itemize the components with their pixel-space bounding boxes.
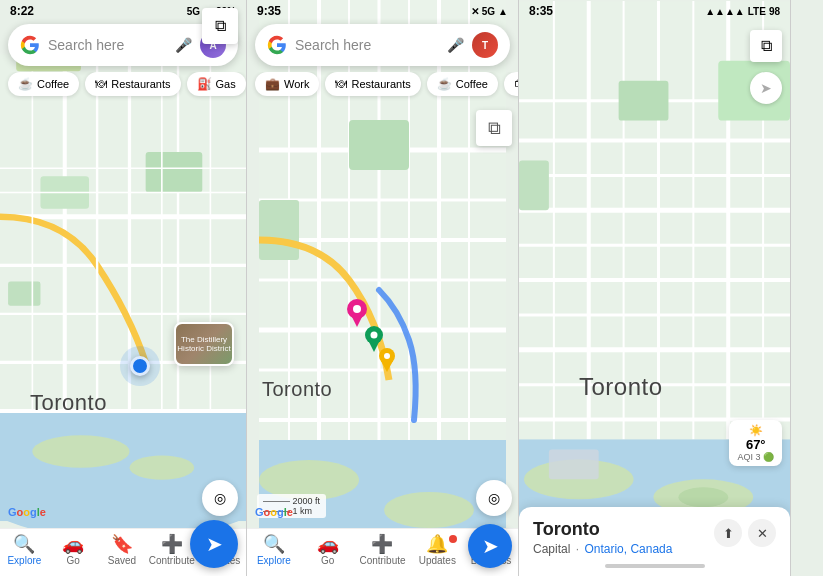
- layers-icon-1: ⧉: [215, 17, 226, 35]
- directions-button-1[interactable]: ➤: [190, 520, 238, 568]
- compass-button-3[interactable]: ➤: [750, 72, 782, 104]
- gas-icon-1: ⛽: [197, 77, 212, 91]
- chip-coffee-2[interactable]: ☕ Coffee: [427, 72, 498, 96]
- chip-gas-1[interactable]: ⛽ Gas: [187, 72, 246, 96]
- share-icon-3: ⬆: [723, 526, 734, 541]
- nav-updates-2[interactable]: 🔔 Updates: [415, 535, 459, 566]
- work-icon-2: 💼: [265, 77, 280, 91]
- share-button-3[interactable]: ⬆: [714, 519, 742, 547]
- explore-icon-1: 🔍: [13, 535, 35, 553]
- chip-label-gas-1: Gas: [216, 78, 236, 90]
- my-location-button-2[interactable]: ◎: [476, 480, 512, 516]
- close-icon-3: ✕: [757, 526, 768, 541]
- info-subtitle-text-3: Capital: [533, 542, 570, 556]
- svg-point-45: [353, 305, 361, 313]
- time-3: 8:35: [529, 4, 553, 18]
- mic-icon-1[interactable]: 🎤: [175, 37, 192, 53]
- search-input-2[interactable]: Search here: [295, 37, 439, 53]
- location-icon-2: ◎: [488, 490, 500, 506]
- nav-saved-1[interactable]: 🔖 Saved: [100, 535, 144, 566]
- layers-button-1[interactable]: ⧉: [202, 8, 238, 44]
- compass-icon-3: ➤: [760, 80, 772, 96]
- search-input-1[interactable]: Search here: [48, 37, 167, 53]
- chip-label-coffee-2: Coffee: [456, 78, 488, 90]
- chip-label-restaurants-1: Restaurants: [111, 78, 170, 90]
- svg-marker-44: [351, 315, 363, 327]
- go-icon-1: 🚗: [62, 535, 84, 553]
- info-card-subtitle-3: Capital · Ontario, Canada: [533, 542, 672, 556]
- chip-label-work-2: Work: [284, 78, 309, 90]
- updates-icon-2: 🔔: [426, 535, 448, 553]
- chip-shopping-2[interactable]: 🛍 Shopp...: [504, 72, 518, 96]
- panel-2: Toronto ⧉: [247, 0, 519, 576]
- svg-marker-50: [381, 361, 393, 372]
- nav-contribute-label-1: Contribute: [149, 555, 195, 566]
- status-bar-3: 8:35 ▲▲▲▲ LTE 98: [519, 0, 790, 20]
- home-indicator-3: [605, 564, 705, 568]
- nav-go-1[interactable]: 🚗 Go: [51, 535, 95, 566]
- nav-updates-label-2: Updates: [419, 555, 456, 566]
- map-area-2[interactable]: [247, 102, 518, 528]
- weather-icon-3: ☀️: [749, 424, 763, 437]
- distillery-bubble[interactable]: The DistilleryHistoric District: [174, 322, 234, 366]
- nav-go-label-2: Go: [321, 555, 334, 566]
- nav-go-label-1: Go: [66, 555, 79, 566]
- chip-restaurants-1[interactable]: 🍽 Restaurants: [85, 72, 180, 96]
- nav-go-2[interactable]: 🚗 Go: [306, 535, 350, 566]
- category-chips-1: ☕ Coffee 🍽 Restaurants ⛽ Gas 🛒 Groceries: [0, 72, 246, 102]
- nav-explore-label-1: Explore: [7, 555, 41, 566]
- layers-icon-3: ⧉: [761, 37, 772, 55]
- chip-restaurants-2[interactable]: 🍽 Restaurants: [325, 72, 420, 96]
- layers-button-2[interactable]: ⧉: [476, 110, 512, 146]
- shopping-icon-2: 🛍: [514, 77, 518, 91]
- directions-button-2[interactable]: ➤: [468, 524, 512, 568]
- nav-explore-label-2: Explore: [257, 555, 291, 566]
- info-card-3: Toronto Capital · Ontario, Canada ⬆ ✕: [519, 507, 790, 576]
- info-card-actions-3: ⬆ ✕: [714, 519, 776, 547]
- info-card-content-3: Toronto Capital · Ontario, Canada: [533, 519, 672, 556]
- status-icons-3: ▲▲▲▲ LTE 98: [705, 6, 780, 17]
- google-logo-2: Google: [255, 506, 293, 518]
- weather-badge-3[interactable]: ☀️ 67° AQI 3 🟢: [729, 420, 782, 466]
- nav-contribute-2[interactable]: ➕ Contribute: [359, 535, 405, 566]
- svg-point-51: [384, 353, 390, 359]
- chip-work-2[interactable]: 💼 Work: [255, 72, 319, 96]
- yellow-pin[interactable]: [379, 348, 395, 376]
- my-location-button-1[interactable]: ◎: [202, 480, 238, 516]
- coffee-icon-1: ☕: [18, 77, 33, 91]
- layers-button-3[interactable]: ⧉: [750, 30, 782, 62]
- restaurants-icon-1: 🍽: [95, 77, 107, 91]
- search-bar-wrap-2: Search here 🎤 T: [247, 20, 518, 72]
- pink-pin[interactable]: [347, 299, 367, 331]
- explore-icon-2: 🔍: [263, 535, 285, 553]
- contribute-icon-1: ➕: [161, 535, 183, 553]
- go-icon-2: 🚗: [317, 535, 339, 553]
- search-bar-2[interactable]: Search here 🎤 T: [255, 24, 510, 66]
- avatar-2[interactable]: T: [472, 32, 498, 58]
- saved-icon-1: 🔖: [111, 535, 133, 553]
- dot-separator-3: ·: [576, 542, 579, 556]
- coffee-icon-2: ☕: [437, 77, 452, 91]
- contribute-icon-2: ➕: [371, 535, 393, 553]
- category-chips-2: 💼 Work 🍽 Restaurants ☕ Coffee 🛍 Shopp...: [247, 72, 518, 102]
- restaurants-icon-2: 🍽: [335, 77, 347, 91]
- nav-contribute-label-2: Contribute: [359, 555, 405, 566]
- close-button-3[interactable]: ✕: [748, 519, 776, 547]
- nav-explore-1[interactable]: 🔍 Explore: [2, 535, 46, 566]
- svg-point-48: [371, 332, 378, 339]
- nav-explore-2[interactable]: 🔍 Explore: [252, 535, 296, 566]
- notification-dot-2: [449, 535, 457, 543]
- status-icons-2: ✕ 5G ▲: [471, 6, 508, 17]
- weather-aqi-3: AQI 3 🟢: [737, 452, 774, 462]
- status-bar-2: 9:35 ✕ 5G ▲: [247, 0, 518, 20]
- chip-coffee-1[interactable]: ☕ Coffee: [8, 72, 79, 96]
- info-province-3[interactable]: Ontario, Canada: [584, 542, 672, 556]
- directions-icon-1: ➤: [206, 532, 223, 556]
- mic-icon-2[interactable]: 🎤: [447, 37, 464, 53]
- nav-saved-label-1: Saved: [108, 555, 136, 566]
- user-location-1: [130, 356, 150, 376]
- nav-contribute-1[interactable]: ➕ Contribute: [149, 535, 195, 566]
- panel-3: Toronto ⧉ ➤ ☀️ 67° AQI 3 🟢 8:35 ▲▲▲▲ LTE…: [519, 0, 791, 576]
- google-g-logo-2: [267, 35, 287, 55]
- map-area-1[interactable]: [0, 102, 246, 528]
